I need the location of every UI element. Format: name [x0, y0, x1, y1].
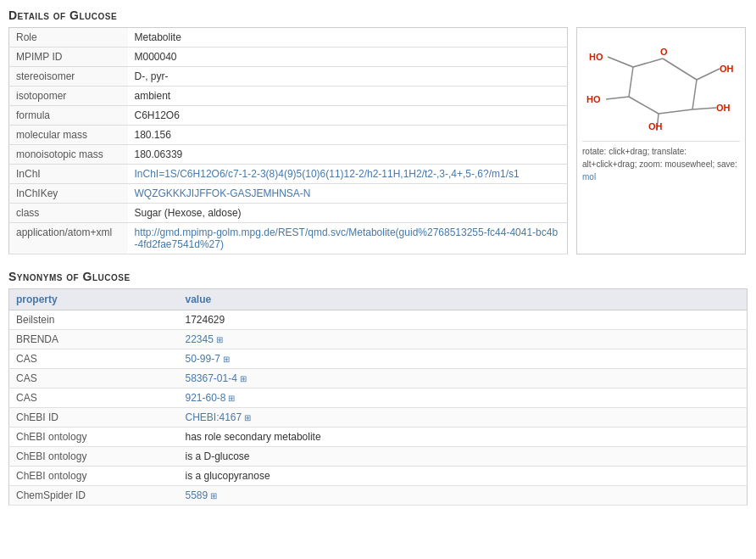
details-label: monoisotopic mass	[9, 145, 128, 165]
molecule-box: O HO OH HO OH OH rotate: click+drag; tra…	[576, 27, 746, 254]
details-label: formula	[9, 106, 128, 126]
synonym-property: BRENDA	[9, 330, 179, 349]
details-label: isotopomer	[9, 87, 128, 106]
synonym-value-link[interactable]: 50-99-7	[186, 353, 220, 365]
details-row: formulaC6H12O6	[9, 106, 568, 126]
svg-text:OH: OH	[720, 64, 734, 74]
synonyms-row: ChEBI IDCHEBI:4167 ⊞	[9, 408, 748, 428]
synonym-property: ChEBI ontology	[9, 467, 179, 486]
details-row: classSugar (Hexose, aldose)	[9, 204, 568, 223]
mol-link[interactable]: mol	[582, 172, 596, 182]
synonyms-section: Synonyms of Glucose property value Beils…	[8, 270, 748, 506]
details-value: 180.156	[128, 126, 568, 145]
molecule-controls: rotate: click+drag; translate: alt+click…	[582, 141, 740, 183]
svg-line-2	[659, 109, 692, 114]
synonyms-row: ChEBI ontologyis a D-glucose	[9, 447, 748, 467]
details-label: MPIMP ID	[9, 48, 128, 67]
synonyms-header-row: property value	[9, 289, 748, 310]
synonym-value: 50-99-7 ⊞	[179, 349, 748, 369]
details-value: WQZGKKKJIJFFOK-GASJEMHNSA-N	[128, 184, 568, 204]
synonyms-property-header: property	[9, 289, 179, 310]
svg-line-9	[697, 69, 720, 80]
details-row: InChIInChI=1S/C6H12O6/c7-1-2-3(8)4(9)5(1…	[9, 165, 568, 184]
synonym-value: CHEBI:4167 ⊞	[179, 408, 748, 428]
synonym-property: ChEBI ID	[9, 408, 179, 428]
synonyms-row: ChemSpider ID5589 ⊞	[9, 486, 748, 506]
details-row: molecular mass180.156	[9, 126, 568, 145]
details-label: InChIKey	[9, 184, 128, 204]
details-value: Metabolite	[128, 28, 568, 48]
synonym-value: is a D-glucose	[179, 447, 748, 467]
details-row: InChIKeyWQZGKKKJIJFFOK-GASJEMHNSA-N	[9, 184, 568, 204]
rotate-label: rotate:	[582, 147, 606, 156]
synonym-property: CAS	[9, 349, 179, 369]
synonyms-row: ChEBI ontologyhas role secondary metabol…	[9, 428, 748, 447]
details-value: 180.06339	[128, 145, 568, 165]
synonym-property: CAS	[9, 389, 179, 408]
click-drag-label: click+drag;	[609, 147, 649, 156]
synonym-value-link[interactable]: 22345	[186, 333, 214, 345]
synonyms-row: CAS50-99-7 ⊞	[9, 349, 748, 369]
alt-click-label: alt+click+drag;	[582, 159, 636, 169]
mousewheel-label: mousewheel;	[664, 159, 714, 169]
details-label: class	[9, 204, 128, 223]
svg-line-13	[692, 108, 716, 109]
svg-text:O: O	[660, 47, 668, 57]
svg-text:OH: OH	[648, 121, 663, 131]
synonym-value-link[interactable]: 5589	[186, 489, 208, 501]
synonym-value: has role secondary metabolite	[179, 428, 748, 447]
synonym-value: 22345 ⊞	[179, 330, 748, 349]
property-header-link[interactable]: property	[16, 293, 58, 305]
details-row: stereoisomerD-, pyr-	[9, 67, 568, 87]
details-row: application/atom+xmlhttp://gmd.mpimp-gol…	[9, 223, 568, 254]
external-link-icon: ⊞	[208, 491, 217, 500]
synonym-value-link[interactable]: 921-60-8	[186, 392, 226, 404]
details-value-link[interactable]: WQZGKKKJIJFFOK-GASJEMHNSA-N	[135, 187, 311, 199]
synonym-property: ChEBI ontology	[9, 428, 179, 447]
details-value-link[interactable]: http://gmd.mpimp-golm.mpg.de/REST/qmd.sv…	[135, 226, 559, 250]
details-label: stereoisomer	[9, 67, 128, 87]
synonym-value: 921-60-8 ⊞	[179, 389, 748, 408]
svg-line-0	[663, 59, 697, 80]
details-label: Role	[9, 28, 128, 48]
svg-line-1	[692, 80, 697, 109]
details-label: molecular mass	[9, 126, 128, 145]
svg-line-4	[629, 67, 633, 97]
synonyms-row: CAS921-60-8 ⊞	[9, 389, 748, 408]
external-link-icon: ⊞	[242, 413, 251, 422]
synonym-property: ChemSpider ID	[9, 486, 179, 506]
synonym-property: CAS	[9, 369, 179, 389]
synonym-value: 5589 ⊞	[179, 486, 748, 506]
svg-line-11	[606, 97, 629, 99]
synonym-value-link[interactable]: 58367-01-4	[186, 372, 237, 384]
synonym-property: Beilstein	[9, 310, 179, 330]
value-header-link[interactable]: value	[186, 293, 212, 305]
synonym-value: is a glucopyranose	[179, 467, 748, 486]
external-link-icon: ⊞	[214, 335, 223, 344]
details-table-wrap: RoleMetaboliteMPIMP IDM000040stereoisome…	[8, 27, 568, 254]
details-row: RoleMetabolite	[9, 28, 568, 48]
external-link-icon: ⊞	[220, 355, 230, 364]
synonym-value-link[interactable]: CHEBI:4167	[186, 411, 242, 423]
svg-line-5	[633, 59, 663, 67]
svg-text:HO: HO	[586, 94, 601, 104]
svg-line-3	[629, 97, 659, 114]
details-value: InChI=1S/C6H12O6/c7-1-2-3(8)4(9)5(10)6(1…	[128, 165, 568, 184]
details-row: MPIMP IDM000040	[9, 48, 568, 67]
details-value-link[interactable]: InChI=1S/C6H12O6/c7-1-2-3(8)4(9)5(10)6(1…	[135, 168, 520, 180]
details-value: D-, pyr-	[128, 67, 568, 87]
svg-text:HO: HO	[589, 52, 603, 62]
details-title: Details of Glucose	[8, 8, 748, 22]
details-value: http://gmd.mpimp-golm.mpg.de/REST/qmd.sv…	[128, 223, 568, 254]
details-label: InChI	[9, 165, 128, 184]
details-value: C6H12O6	[128, 106, 568, 126]
details-value: M000040	[128, 48, 568, 67]
synonyms-row: CAS58367-01-4 ⊞	[9, 369, 748, 389]
translate-label: translate:	[652, 147, 687, 156]
details-row: isotopomerambient	[9, 87, 568, 106]
save-label: save:	[717, 159, 737, 169]
details-row: monoisotopic mass180.06339	[9, 145, 568, 165]
svg-text:OH: OH	[716, 103, 731, 113]
details-value: Sugar (Hexose, aldose)	[128, 204, 568, 223]
external-link-icon: ⊞	[226, 394, 236, 403]
